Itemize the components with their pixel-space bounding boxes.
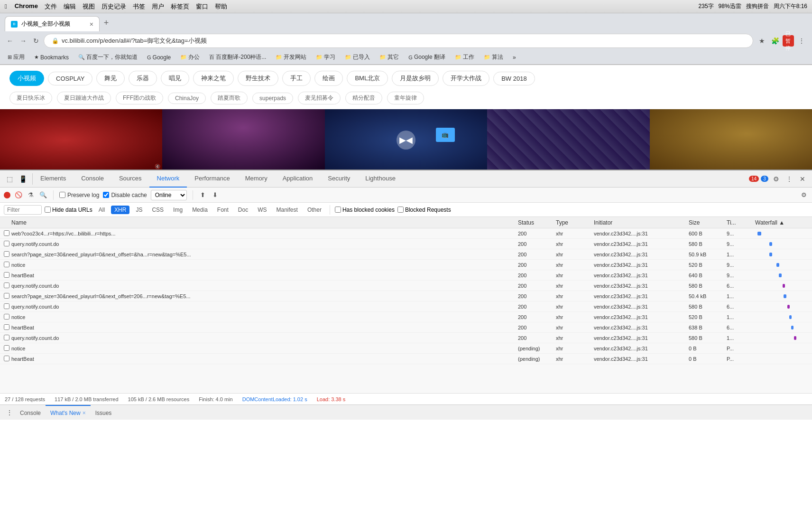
header-size[interactable]: Size — [687, 219, 725, 226]
table-row[interactable]: heartBeat 200 xhr vendor.c23d342....js:3… — [0, 270, 812, 281]
blocked-requests-checkbox[interactable] — [397, 207, 404, 213]
menu-bookmarks[interactable]: 书签 — [133, 2, 145, 11]
table-row[interactable]: query.notify.count.do 200 xhr vendor.c23… — [0, 281, 812, 291]
tab-elements[interactable]: Elements — [33, 170, 74, 188]
cat-btn-wujian[interactable]: 舞见 — [96, 71, 125, 86]
hide-data-urls-label[interactable]: Hide data URLs — [45, 207, 92, 213]
cat-btn-cosplay[interactable]: COSPLAY — [48, 72, 92, 85]
hide-data-urls-checkbox[interactable] — [45, 207, 51, 213]
pause-button[interactable]: 已暂停 — [783, 35, 794, 47]
table-row[interactable]: query.notify.count.do 200 xhr vendor.c23… — [0, 301, 812, 312]
bm-bookmarks[interactable]: ★Bookmarks — [31, 53, 72, 62]
cat-btn-xiaovideo[interactable]: 小视频 — [9, 71, 44, 86]
table-row[interactable]: query.notify.count.do 200 xhr vendor.c23… — [0, 239, 812, 249]
settings-icon[interactable]: ⚙ — [800, 191, 808, 199]
header-initiator[interactable]: Initiator — [592, 219, 687, 226]
devtools-close-icon[interactable]: ✕ — [797, 173, 808, 185]
header-name[interactable]: Name — [9, 219, 516, 226]
table-row[interactable]: search?page_size=30&need_playurl=0&next_… — [0, 249, 812, 260]
filter-xhr[interactable]: XHR — [111, 206, 129, 214]
video-thumb-1[interactable]: 🔇 — [0, 109, 162, 169]
bm-gtranslate[interactable]: GGoogle 翻译 — [406, 52, 448, 62]
row-checkbox[interactable] — [4, 272, 9, 278]
bm-algo[interactable]: 📁算法 — [481, 52, 506, 62]
header-status[interactable]: Status — [516, 219, 554, 226]
tab-application[interactable]: Application — [275, 170, 321, 188]
browser-tab[interactable]: B 小视频_全部小视频 × — [5, 16, 100, 31]
bm-work[interactable]: 📁办公 — [177, 52, 203, 62]
sub-btn-superpads[interactable]: superpads — [252, 93, 293, 104]
sub-btn-fff[interactable]: FFF团の战歌 — [116, 92, 163, 104]
bookmark-star[interactable]: ★ — [756, 35, 767, 47]
tab-sources[interactable]: Sources — [111, 170, 149, 188]
filter-doc[interactable]: Doc — [235, 206, 251, 214]
table-row[interactable]: notice (pending) xhr vendor.c23d342....j… — [0, 343, 812, 354]
row-checkbox[interactable] — [4, 356, 9, 361]
video-thumb-5[interactable] — [650, 109, 812, 169]
tab-security[interactable]: Security — [320, 170, 358, 188]
forward-button[interactable]: → — [18, 35, 28, 47]
menu-file[interactable]: 文件 — [45, 2, 57, 11]
table-row[interactable]: web?coo23c4...r=https://vc...bilibili...… — [0, 228, 812, 239]
video-thumb-3[interactable]: ▶◀ 📺 — [325, 109, 487, 169]
tab-memory[interactable]: Memory — [238, 170, 275, 188]
cat-btn-yesheng[interactable]: 野生技术 — [238, 71, 278, 86]
row-checkbox[interactable] — [4, 314, 9, 320]
menu-user[interactable]: 用户 — [152, 2, 164, 11]
filter-font[interactable]: Font — [214, 206, 232, 214]
cat-btn-huihua[interactable]: 绘画 — [314, 71, 343, 86]
bm-google[interactable]: GGoogle — [144, 53, 174, 62]
menu-window[interactable]: 窗口 — [196, 2, 208, 11]
header-waterfall[interactable]: Waterfall ▲ — [753, 219, 810, 226]
row-checkbox[interactable] — [4, 282, 9, 288]
sub-btn-tongnian[interactable]: 童年旋律 — [387, 92, 424, 104]
row-checkbox[interactable] — [4, 230, 9, 236]
menu-tabs[interactable]: 标签页 — [171, 2, 189, 11]
filter-all[interactable]: All — [95, 206, 108, 214]
search-icon[interactable]: 🔍 — [39, 191, 47, 199]
url-bar[interactable]: 🔒 vc.bilibili.com/p/eden/all#/?tab=御宅文化&… — [44, 34, 753, 48]
tab-performance[interactable]: Performance — [187, 170, 237, 188]
menu-view[interactable]: 视图 — [83, 2, 95, 11]
devtools-settings-icon[interactable]: ⚙ — [770, 173, 782, 185]
disable-cache-label[interactable]: Disable cache — [103, 192, 147, 198]
clear-button[interactable]: 🚫 — [14, 191, 23, 199]
sub-btn-jingfen[interactable]: 精分配音 — [345, 92, 382, 104]
sub-btn-taxia[interactable]: 踏夏而歌 — [211, 92, 248, 104]
bb-tab-issues[interactable]: Issues — [91, 405, 117, 420]
filter-other[interactable]: Other — [304, 206, 325, 214]
tab-lighthouse[interactable]: Lighthouse — [358, 170, 403, 188]
bm-baidu[interactable]: 🔍百度一下，你就知道 — [75, 52, 140, 62]
preserve-log-label[interactable]: Preserve log — [59, 192, 99, 198]
cat-btn-shenlaizhibi[interactable]: 神来之笔 — [193, 71, 234, 86]
bb-tab-console[interactable]: Console — [15, 405, 46, 420]
filter-css[interactable]: CSS — [148, 206, 167, 214]
sub-btn-xiari[interactable]: 夏日快乐冰 — [9, 92, 52, 104]
tab-console[interactable]: Console — [74, 170, 111, 188]
menu-help[interactable]: 帮助 — [215, 2, 227, 11]
blocked-cookies-checkbox[interactable] — [335, 207, 341, 213]
table-row[interactable]: heartBeat 200 xhr vendor.c23d342....js:3… — [0, 322, 812, 333]
cat-btn-leqi[interactable]: 乐器 — [129, 71, 157, 86]
row-checkbox[interactable] — [4, 335, 9, 340]
video-thumb-4[interactable] — [487, 109, 649, 169]
tab-network[interactable]: Network — [149, 170, 187, 188]
whatsnew-close-button[interactable]: × — [83, 410, 86, 416]
filter-manifest[interactable]: Manifest — [273, 206, 301, 214]
bm-study[interactable]: 📁学习 — [313, 52, 338, 62]
filter-input[interactable] — [4, 205, 42, 215]
menu-chrome[interactable]: Chrome — [15, 2, 38, 11]
table-row[interactable]: heartBeat (pending) xhr vendor.c23d342..… — [0, 354, 812, 364]
import-icon[interactable]: ⬆ — [199, 191, 207, 199]
bm-imported[interactable]: 📁已导入 — [342, 52, 373, 62]
filter-js[interactable]: JS — [132, 206, 146, 214]
table-row[interactable]: notice 200 xhr vendor.c23d342....js:31 5… — [0, 260, 812, 270]
record-button[interactable] — [4, 192, 10, 198]
sub-btn-maijian[interactable]: 麦见招募令 — [298, 92, 341, 104]
cat-btn-bml[interactable]: BML北京 — [347, 71, 388, 86]
devtools-more-icon[interactable]: ⋮ — [784, 173, 795, 185]
video-thumb-2[interactable] — [162, 109, 324, 169]
bb-tab-whatsnew[interactable]: What's New × — [46, 405, 91, 420]
row-checkbox[interactable] — [4, 293, 9, 299]
sub-btn-chinajoy[interactable]: ChinaJoy — [168, 93, 206, 104]
